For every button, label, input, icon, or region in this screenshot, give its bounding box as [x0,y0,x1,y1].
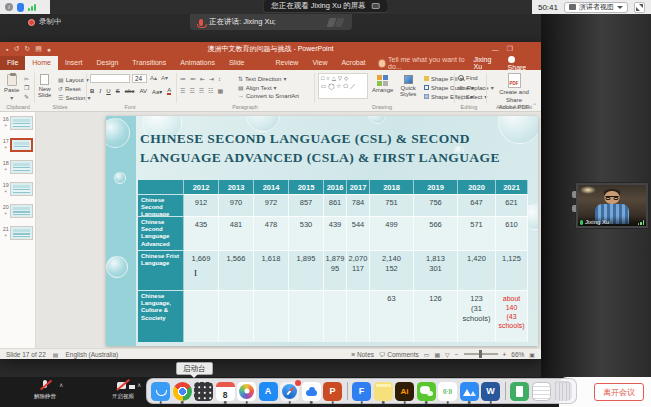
comments-button[interactable]: 🗩 Comments [379,351,419,358]
align-text-button[interactable]: ▤Align Text▾ [238,84,277,91]
clear-formatting-button[interactable]: abc [125,88,135,94]
zoom-in-icon[interactable]: + [503,351,507,358]
app-store-icon[interactable]: A [259,382,278,401]
tab-acrobat[interactable]: Acrobat [334,56,372,70]
reset-button[interactable]: ↺Reset [58,85,81,92]
numbering-button[interactable]: ≕ [190,75,196,82]
voice-chat-icon[interactable]: ((·)) [438,382,457,401]
underline-button[interactable]: U [106,88,110,94]
safari-icon[interactable] [280,382,299,401]
quick-styles-button[interactable]: Quick Styles [400,75,416,97]
change-case-button[interactable]: Aa▾ [152,88,162,95]
tab-insert[interactable]: Insert [58,56,90,70]
columns-button[interactable]: ▦ [218,87,224,94]
slide-sorter-icon[interactable]: ▦ [434,351,440,358]
info-icon[interactable]: i [5,3,13,11]
strikethrough-button[interactable]: S [116,88,120,94]
photos-icon[interactable] [237,382,256,401]
find-button[interactable]: Find [458,75,478,81]
tab-design[interactable]: Design [89,56,125,70]
collapse-ribbon-icon[interactable]: ⌃ [532,102,537,109]
launchpad-icon[interactable] [194,382,213,401]
webcam-tile[interactable]: Jixing Xu [575,182,649,229]
font-color-button[interactable]: A [167,87,171,95]
shape-fill-button[interactable]: Shape Fill▾ [424,75,463,82]
stickies-icon[interactable] [374,382,393,401]
cloud-drive-icon[interactable] [302,382,321,401]
copy-button[interactable]: ❒ [24,84,29,91]
align-left-button[interactable]: ☰ [180,87,185,94]
justify-button[interactable]: ☷ [208,87,213,94]
wechat-icon[interactable] [417,382,436,401]
proofing-icon[interactable]: ▤ [53,351,59,358]
layout-button[interactable]: ▤Layout▾ [58,76,89,83]
slide-title[interactable]: CHINESE SECOND LANGUAGE (CSL) & SECOND L… [140,130,538,168]
meeting-icon[interactable] [460,382,479,401]
notes-button[interactable]: ≡ Notes [351,351,374,358]
tab-review[interactable]: Review [268,56,305,70]
slide-thumbnail-20[interactable]: 20✶ [0,200,35,222]
text-direction-button[interactable]: ⇅Text Direction▾ [238,75,286,82]
trash-icon[interactable] [553,382,572,401]
webcam-handle[interactable] [572,191,576,198]
cut-button[interactable]: ✂ [24,75,29,82]
new-slide-button[interactable]: New Slide [38,74,51,98]
font-size-input[interactable]: 24 [132,74,147,83]
account-name[interactable]: Jixing Xu [473,56,499,70]
slide-table[interactable]: 2012 2013 2014 2015 2016 2017 2018 2019 … [138,180,528,342]
font-app-icon[interactable]: F [352,382,371,401]
tab-file[interactable]: File [0,56,25,70]
mic-options-chevron[interactable]: ∧ [59,381,63,388]
document-stack-icon[interactable] [532,382,551,401]
powerpoint-icon[interactable]: P [323,382,342,401]
grow-font-button[interactable]: A▴ [150,74,157,81]
bullets-button[interactable]: ≔ [180,75,186,82]
calendar-icon[interactable]: 8 [216,382,235,401]
zoom-slider[interactable] [464,353,498,355]
tab-transitions[interactable]: Transitions [125,56,173,70]
convert-smartart-button[interactable]: →Convert to SmartArt [238,93,299,99]
character-spacing-button[interactable]: AV [139,88,147,94]
replace-button[interactable]: abReplace▾ [458,84,494,91]
webcam-handle[interactable] [572,205,576,212]
slide-thumbnail-18[interactable]: 18✶ [0,156,35,178]
slideshow-icon[interactable]: ▽ [445,351,450,358]
install-package-icon[interactable] [510,382,529,401]
shrink-font-button[interactable]: A▾ [161,74,168,81]
slide-thumbnail-19[interactable]: 19✶ [0,178,35,200]
chrome-icon[interactable] [173,382,192,401]
tab-animations[interactable]: Animations [173,56,222,70]
paste-button[interactable]: Paste▾ [4,74,19,101]
shape-gallery[interactable]: □○△▽◇▭◯☆⬠／ [318,73,368,99]
align-center-button[interactable]: ☲ [189,87,194,94]
unmute-control[interactable]: 解除静音 ∧ [34,380,63,400]
arrange-button[interactable]: Arrange [372,75,393,93]
leave-meeting-button[interactable]: 离开会议 [594,383,644,401]
tell-me-box[interactable]: Tell me what you want to do... [379,56,474,70]
format-painter-button[interactable]: ✎ [24,93,29,100]
illustrator-icon[interactable]: Ai [395,382,414,401]
align-right-button[interactable]: ☴ [199,87,204,94]
normal-view-icon[interactable]: ▭ [424,351,430,358]
start-video-control[interactable]: 开启视频 ∧ [112,380,141,400]
fit-slide-icon[interactable]: ▣ [529,351,535,358]
decrease-indent-button[interactable]: ⇤ [200,75,205,82]
tab-slide-show[interactable]: Slide Show [222,56,269,70]
finder-icon[interactable] [151,382,170,401]
slide[interactable]: CHINESE SECOND LANGUAGE (CSL) & SECOND L… [106,116,538,346]
zoom-out-icon[interactable]: − [455,351,459,358]
share-button[interactable]: Share [508,56,533,71]
italic-button[interactable]: I [99,88,101,94]
line-spacing-button[interactable]: ↕ [218,76,221,82]
speaker-view-button[interactable]: 演讲者视图 [564,2,628,13]
screen-icon[interactable] [372,3,380,9]
encryption-shield-icon[interactable] [17,3,24,12]
slide-thumbnail-17[interactable]: 17✶ [0,134,35,156]
bold-button[interactable]: B [90,88,94,94]
tab-home[interactable]: Home [25,56,58,70]
select-button[interactable]: ⬚Select▾ [458,93,487,100]
zoom-level[interactable]: 66% [511,351,524,358]
slide-thumbnail-21[interactable]: 21✶ [0,222,35,244]
slide-thumbnail-16[interactable]: 16✶ [0,112,35,134]
video-options-chevron[interactable]: ∧ [137,381,141,388]
